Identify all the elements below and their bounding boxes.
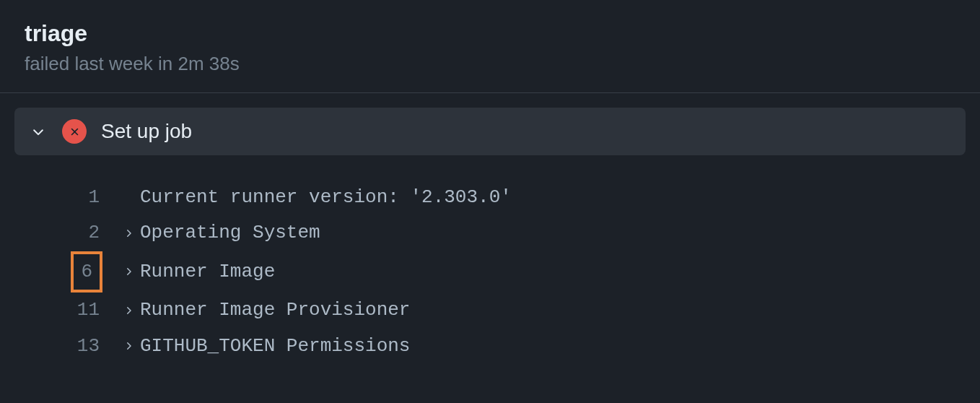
log-content: Runner Image (123, 254, 275, 290)
line-number[interactable]: 11 (14, 292, 123, 328)
step-header[interactable]: Set up job (14, 108, 966, 155)
log-text: Operating System (140, 215, 320, 251)
line-number[interactable]: 2 (14, 215, 123, 251)
step-container: Set up job 1Current runner version: '2.3… (0, 93, 980, 364)
log-line[interactable]: 2Operating System (14, 215, 966, 251)
log-content: Current runner version: '2.303.0' (123, 180, 512, 215)
expand-caret-icon[interactable] (123, 305, 139, 316)
log-line: 1Current runner version: '2.303.0' (14, 180, 966, 215)
log-content: Operating System (123, 215, 320, 251)
log-text: GITHUB_TOKEN Permissions (140, 329, 410, 364)
log-content: GITHUB_TOKEN Permissions (123, 329, 410, 364)
log-text: Current runner version: '2.303.0' (140, 180, 512, 215)
expand-caret-icon[interactable] (123, 228, 139, 239)
line-number[interactable]: 6 (14, 251, 123, 292)
job-header: triage failed last week in 2m 38s (0, 0, 980, 93)
job-status: failed last week in 2m 38s (25, 53, 955, 75)
log-text: Runner Image Provisioner (140, 292, 410, 328)
line-number[interactable]: 1 (14, 180, 123, 215)
step-title: Set up job (101, 120, 192, 143)
job-title: triage (25, 20, 955, 47)
log-content: Runner Image Provisioner (123, 292, 410, 328)
log-line[interactable]: 13GITHUB_TOKEN Permissions (14, 329, 966, 364)
log-line[interactable]: 11Runner Image Provisioner (14, 292, 966, 328)
chevron-down-icon (29, 122, 48, 141)
log-line[interactable]: 6Runner Image (14, 251, 966, 292)
expand-caret-icon[interactable] (123, 266, 139, 277)
line-number[interactable]: 13 (14, 329, 123, 364)
log-text: Runner Image (140, 254, 275, 290)
expand-caret-icon[interactable] (123, 340, 139, 352)
log-output: 1Current runner version: '2.303.0'2Opera… (14, 155, 966, 364)
fail-icon (62, 119, 87, 144)
